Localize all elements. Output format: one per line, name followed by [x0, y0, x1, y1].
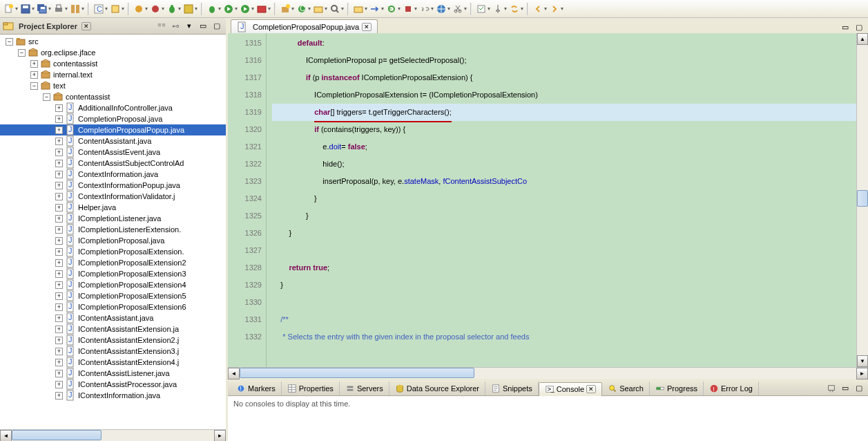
tree-node[interactable]: +JIContextInformation.java: [0, 390, 226, 401]
code-line[interactable]: if (contains(triggers, key)) {: [272, 121, 856, 138]
code-line[interactable]: }: [272, 207, 856, 225]
expander-icon[interactable]: −: [30, 82, 38, 90]
skip-button[interactable]: ▾: [133, 1, 148, 17]
sync-button[interactable]: ▾: [508, 1, 523, 17]
tree-node[interactable]: +JCompletionProposal.java: [0, 113, 226, 124]
expander-icon[interactable]: +: [55, 392, 63, 400]
code-line[interactable]: * Selects the entry with the given index…: [272, 328, 856, 346]
tree-node[interactable]: +JIContentAssistListener.java: [0, 368, 226, 379]
scroll-right-icon[interactable]: ►: [214, 430, 226, 441]
expander-icon[interactable]: +: [55, 259, 63, 267]
tree-node[interactable]: +JAdditionalInfoController.java: [0, 102, 226, 113]
expander-icon[interactable]: +: [30, 60, 38, 68]
tree-node[interactable]: +JICompletionProposal.java: [0, 235, 226, 246]
forward-button[interactable]: ▾: [548, 1, 563, 17]
code-line[interactable]: }: [272, 276, 856, 294]
close-tab-icon[interactable]: ✕: [362, 23, 372, 31]
code-line[interactable]: [272, 294, 856, 311]
editor-tab-active[interactable]: J CompletionProposalPopup.java ✕: [231, 19, 378, 33]
save-button[interactable]: ▾: [19, 1, 35, 17]
tree-node[interactable]: +JContentAssistEvent.java: [0, 147, 226, 158]
task-button[interactable]: ▾: [475, 1, 490, 17]
tree-node[interactable]: +JICompletionProposalExtension3: [0, 268, 226, 279]
expander-icon[interactable]: +: [55, 292, 63, 300]
expander-icon[interactable]: +: [55, 348, 63, 355]
run-button[interactable]: ▾: [222, 1, 238, 17]
print-button[interactable]: ▾: [52, 1, 68, 17]
code-line[interactable]: return true;: [272, 259, 856, 276]
tree-node[interactable]: +JIContentAssistantExtension4.j: [0, 357, 226, 368]
expander-icon[interactable]: +: [55, 370, 63, 377]
tree-node[interactable]: +JICompletionProposalExtension2: [0, 257, 226, 268]
tab-search[interactable]: Search: [602, 382, 650, 395]
scroll-thumb[interactable]: [12, 430, 102, 440]
tab-progress[interactable]: Progress: [650, 382, 704, 395]
breakpoint-button[interactable]: ▾: [149, 1, 164, 17]
code-line[interactable]: [272, 242, 856, 259]
bug-button[interactable]: ▾: [166, 1, 181, 17]
tree-node[interactable]: +JIContentAssistantExtension.ja: [0, 323, 226, 335]
refresh-button[interactable]: ▾: [385, 1, 401, 17]
code-line[interactable]: insertProposal(p, key, e.stateMask, fCon…: [272, 173, 856, 190]
minimize-icon[interactable]: ▭: [839, 21, 851, 33]
expander-icon[interactable]: +: [55, 215, 63, 223]
scroll-left-icon[interactable]: ◄: [0, 430, 12, 441]
expander-icon[interactable]: −: [43, 93, 50, 101]
expander-icon[interactable]: +: [55, 171, 63, 178]
expander-icon[interactable]: +: [55, 337, 63, 344]
expander-icon[interactable]: +: [55, 315, 63, 322]
new-class-button[interactable]: C▾: [296, 1, 311, 17]
tree-node[interactable]: −text: [0, 80, 226, 91]
expander-icon[interactable]: +: [55, 149, 63, 156]
tree-node[interactable]: +JCompletionProposalPopup.java: [0, 124, 226, 135]
expander-icon[interactable]: +: [55, 381, 63, 388]
tree-node[interactable]: +JICompletionProposalExtension5: [0, 290, 226, 301]
expander-icon[interactable]: +: [55, 138, 63, 145]
code-line[interactable]: default:: [272, 35, 856, 52]
code-line[interactable]: }: [272, 190, 856, 207]
scroll-left-icon[interactable]: ◄: [228, 368, 240, 379]
tree-node[interactable]: +JContentAssistant.java: [0, 135, 226, 147]
tree-node[interactable]: +JICompletionProposalExtension.: [0, 246, 226, 257]
expander-icon[interactable]: +: [55, 126, 63, 134]
code-line[interactable]: char[] triggers= t.getTriggerCharacters(…: [272, 104, 856, 121]
profile-button[interactable]: ▾: [182, 1, 197, 17]
expander-icon[interactable]: +: [55, 359, 63, 366]
tree-node[interactable]: +JIContentAssistProcessor.java: [0, 379, 226, 390]
new-folder-button[interactable]: ▾: [312, 1, 327, 17]
project-tree[interactable]: −src−org.eclipse.jface+contentassist+int…: [0, 35, 226, 429]
code-line[interactable]: }: [272, 225, 856, 242]
collapse-all-icon[interactable]: [155, 20, 168, 32]
expander-icon[interactable]: +: [55, 326, 63, 333]
tree-node[interactable]: +contentassist: [0, 58, 226, 69]
code-line[interactable]: e.doit= false;: [272, 138, 856, 156]
tab-data-source-explorer[interactable]: Data Source Explorer: [389, 382, 485, 395]
tree-node[interactable]: +JIContentAssistant.java: [0, 312, 226, 323]
code-line[interactable]: ICompletionProposal p= getSelectedPropos…: [272, 52, 856, 69]
minimize-icon[interactable]: ▭: [839, 382, 851, 395]
tab-servers[interactable]: Servers: [340, 382, 389, 395]
expander-icon[interactable]: +: [55, 248, 63, 256]
close-tab-icon[interactable]: ✕: [586, 385, 596, 393]
tree-node[interactable]: +JHelper.java: [0, 202, 226, 213]
tab-console[interactable]: >_Console ✕: [539, 382, 602, 396]
tree-node[interactable]: +JIContentAssistantExtension2.j: [0, 335, 226, 346]
tab-snippets[interactable]: Snippets: [485, 382, 539, 395]
minimize-icon[interactable]: ▭: [197, 20, 209, 32]
tree-node[interactable]: +JContextInformation.java: [0, 169, 226, 180]
view-menu-icon[interactable]: ▾: [183, 20, 195, 32]
cut-button[interactable]: ▾: [452, 1, 467, 17]
stop-button[interactable]: ▾: [402, 1, 417, 17]
pin-button[interactable]: ▾: [492, 1, 507, 17]
new-package-button[interactable]: ▾: [279, 1, 294, 17]
tree-node[interactable]: −org.eclipse.jface: [0, 47, 226, 58]
close-tab-icon[interactable]: ✕: [81, 22, 91, 30]
link-button[interactable]: ▾: [418, 1, 434, 17]
tree-node[interactable]: +JContextInformationPopup.java: [0, 180, 226, 191]
expander-icon[interactable]: +: [55, 204, 63, 212]
link-editor-icon[interactable]: [169, 20, 182, 32]
editor-vertical-scrollbar[interactable]: ▲ ▼: [856, 33, 868, 367]
tab-error-log[interactable]: !Error Log: [704, 382, 759, 395]
search-file-button[interactable]: ▾: [329, 1, 344, 17]
expander-icon[interactable]: −: [6, 38, 13, 46]
